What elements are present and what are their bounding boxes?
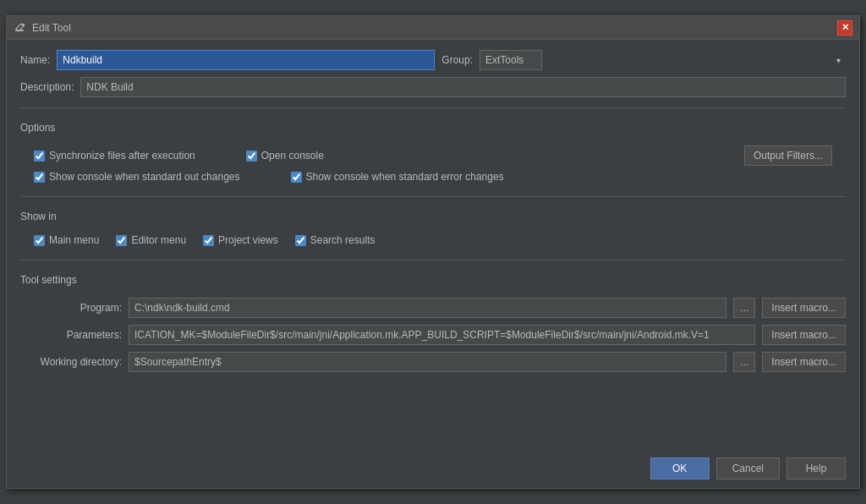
group-select[interactable]: ExtTools [480,50,542,70]
show-console-err-label: Show console when standard error changes [306,171,504,183]
title-bar: Edit Tool ✕ [7,16,859,40]
description-label: Description: [20,81,74,93]
program-ellipsis-button[interactable]: ... [733,298,755,318]
project-views-label: Project views [218,234,278,246]
search-results-label: Search results [310,234,375,246]
tool-settings: Program: ... Insert macro... Parameters:… [20,294,846,375]
options-row-1: Synchronize files after execution Open c… [34,145,832,166]
search-results-input[interactable] [295,235,306,246]
help-button[interactable]: Help [787,457,846,479]
program-row: Program: ... Insert macro... [20,298,846,318]
dialog-content: Name: Group: ExtTools Description: Optio… [7,40,859,449]
open-console-label: Open console [261,150,324,162]
tool-settings-section-label: Tool settings [20,274,846,286]
open-console-input[interactable] [246,151,257,162]
close-button[interactable]: ✕ [837,20,852,36]
dialog-footer: OK Cancel Help [7,449,859,488]
name-input[interactable] [57,50,435,70]
description-input[interactable] [80,77,846,97]
edit-tool-dialog: Edit Tool ✕ Name: Group: ExtTools Descri… [6,15,860,489]
options-row-2: Show console when standard out changes S… [34,171,832,183]
main-menu-label: Main menu [49,234,99,246]
show-console-out-input[interactable] [34,172,45,183]
editor-menu-input[interactable] [116,235,127,246]
dialog-icon [14,21,27,35]
main-menu-input[interactable] [34,235,45,246]
editor-menu-label: Editor menu [131,234,186,246]
main-menu-checkbox[interactable]: Main menu [34,234,99,246]
show-console-out-checkbox[interactable]: Show console when standard out changes [34,171,240,183]
cancel-button[interactable]: Cancel [716,457,780,479]
title-bar-left: Edit Tool [14,21,71,35]
working-dir-macro-button[interactable]: Insert macro... [762,352,846,372]
options-grid: Synchronize files after execution Open c… [20,142,846,186]
show-in-section-label: Show in [20,211,846,222]
sync-files-checkbox[interactable]: Synchronize files after execution [34,150,195,162]
show-console-err-input[interactable] [291,172,302,183]
parameters-macro-button[interactable]: Insert macro... [762,325,846,345]
project-views-input[interactable] [203,235,214,246]
parameters-input[interactable] [129,325,755,345]
options-section-label: Options [20,122,846,134]
working-dir-ellipsis-button[interactable]: ... [733,352,755,372]
working-dir-row: Working directory: ... Insert macro... [20,352,846,372]
show-console-out-label: Show console when standard out changes [49,171,240,183]
show-in-row: Main menu Editor menu Project views Sear… [20,231,846,249]
group-select-wrapper: ExtTools [480,50,846,70]
description-row: Description: [20,77,846,97]
editor-menu-checkbox[interactable]: Editor menu [116,234,186,246]
parameters-label: Parameters: [20,329,122,341]
program-label: Program: [20,302,122,314]
working-dir-label: Working directory: [20,356,122,368]
program-input[interactable] [129,298,726,318]
parameters-row: Parameters: Insert macro... [20,325,846,345]
dialog-title: Edit Tool [32,22,71,34]
working-dir-input[interactable] [129,352,726,372]
ok-button[interactable]: OK [650,457,710,479]
show-console-err-checkbox[interactable]: Show console when standard error changes [291,171,504,183]
program-macro-button[interactable]: Insert macro... [762,298,846,318]
search-results-checkbox[interactable]: Search results [295,234,375,246]
project-views-checkbox[interactable]: Project views [203,234,278,246]
name-label: Name: [20,54,50,66]
group-label: Group: [441,54,473,66]
sync-files-label: Synchronize files after execution [49,150,195,162]
output-filters-button[interactable]: Output Filters... [744,145,832,166]
open-console-checkbox[interactable]: Open console [246,150,324,162]
sync-files-input[interactable] [34,151,45,162]
name-group-row: Name: Group: ExtTools [20,50,846,70]
